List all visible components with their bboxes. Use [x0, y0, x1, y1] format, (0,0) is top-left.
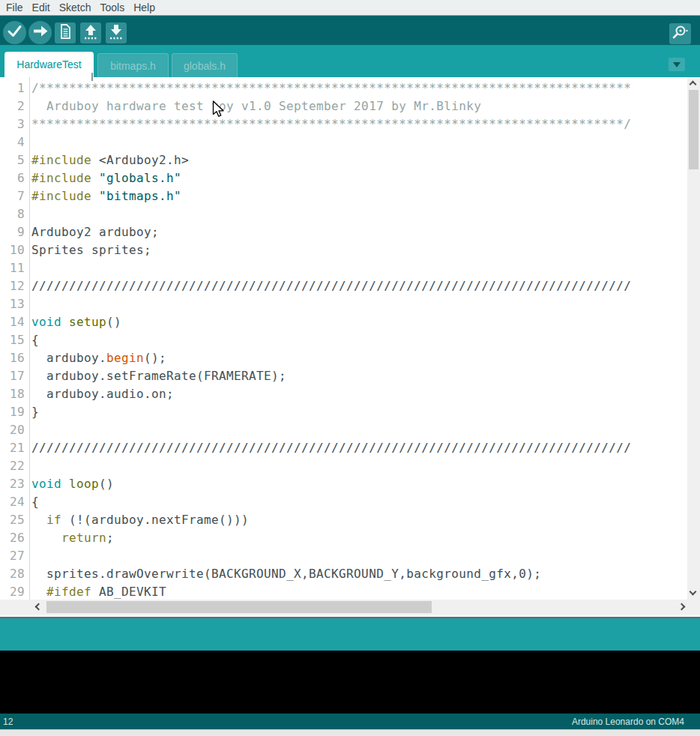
- line-number: 6: [0, 169, 25, 187]
- line-number: 13: [0, 295, 25, 313]
- code-line: 7#include "bitmaps.h": [0, 187, 631, 205]
- tab-edge-caret: [91, 73, 93, 81]
- code-line: 4: [0, 133, 631, 151]
- mouse-cursor-icon: [212, 100, 225, 121]
- scroll-down-icon[interactable]: [690, 588, 697, 596]
- line-number: 26: [0, 529, 25, 547]
- code-line: 16 arduboy.begin();: [0, 349, 631, 367]
- tab-hardwaretest[interactable]: HardwareTest: [4, 52, 94, 77]
- line-number: 17: [0, 367, 25, 385]
- code-line: 15{: [0, 331, 631, 349]
- save-button[interactable]: [106, 22, 127, 43]
- menu-edit[interactable]: Edit: [28, 0, 55, 15]
- status-line-number: 12: [3, 717, 13, 727]
- console-output: [0, 651, 700, 714]
- line-number: 8: [0, 205, 25, 223]
- code-line: 28 sprites.drawOverwrite(BACKGROUND_X,BA…: [0, 565, 631, 583]
- line-number: 1: [0, 79, 25, 97]
- upload-button[interactable]: [28, 21, 52, 44]
- window-bottom-edge: [0, 729, 700, 736]
- status-message-strip: [0, 618, 700, 651]
- toolbar: [0, 16, 700, 45]
- code-line: 11: [0, 259, 631, 277]
- horizontal-scrollbar-thumb[interactable]: [46, 601, 432, 613]
- code-line: 3***************************************…: [0, 115, 631, 133]
- status-bar: 12 Arduino Leonardo on COM4: [0, 714, 700, 729]
- line-number: 29: [0, 583, 25, 600]
- code-line: 19}: [0, 403, 631, 421]
- code-line: 10Sprites sprites;: [0, 241, 631, 259]
- serial-monitor-button[interactable]: [669, 23, 691, 44]
- line-number: 4: [0, 133, 25, 151]
- code-line: 25 if (!(arduboy.nextFrame())): [0, 511, 631, 529]
- arrow-right-icon: [28, 19, 52, 46]
- code-line: 17 arduboy.setFrameRate(FRAMERATE);: [0, 367, 631, 385]
- line-number: 20: [0, 421, 25, 439]
- line-number: 22: [0, 457, 25, 475]
- tab-bar: HardwareTestbitmaps.hglobals.h: [0, 45, 700, 77]
- line-number: 10: [0, 241, 25, 259]
- code-line: 8: [0, 205, 631, 223]
- scroll-up-icon[interactable]: [690, 81, 697, 88]
- code-line: 2 Arduboy hardware test toy v1.0 Septemb…: [0, 97, 631, 115]
- line-number: 12: [0, 277, 25, 295]
- magnifier-icon: [669, 22, 691, 46]
- verify-button[interactable]: [3, 21, 26, 44]
- line-number: 19: [0, 403, 25, 421]
- line-number: 2: [0, 97, 25, 115]
- tab-bitmaps-h[interactable]: bitmaps.h: [97, 53, 169, 77]
- line-number: 23: [0, 475, 25, 493]
- gutter-divider: [29, 77, 30, 600]
- code-editor[interactable]: 1/**************************************…: [0, 77, 700, 600]
- line-number: 18: [0, 385, 25, 403]
- line-number: 5: [0, 151, 25, 169]
- new-sketch-button[interactable]: [55, 22, 76, 43]
- code-line: 24{: [0, 493, 631, 511]
- arrow-up-tray-icon: [80, 21, 101, 45]
- line-number: 24: [0, 493, 25, 511]
- code-lines: 1/**************************************…: [0, 79, 631, 600]
- checkmark-icon: [3, 19, 26, 46]
- menu-tools[interactable]: Tools: [96, 0, 130, 15]
- code-line: 26 return;: [0, 529, 631, 547]
- line-number: 7: [0, 187, 25, 205]
- line-number: 14: [0, 313, 25, 331]
- code-line: 18 arduboy.audio.on;: [0, 385, 631, 403]
- menu-file[interactable]: File: [1, 0, 28, 15]
- chevron-down-icon: [673, 62, 681, 67]
- code-line: 6#include "globals.h": [0, 169, 631, 187]
- status-board-port: Arduino Leonardo on COM4: [572, 717, 684, 727]
- scroll-right-icon[interactable]: [678, 603, 686, 611]
- document-icon: [55, 21, 76, 45]
- tab-list-dropdown-button[interactable]: [669, 58, 685, 71]
- line-number: 3: [0, 115, 25, 133]
- code-line: 27: [0, 547, 631, 565]
- menu-bar: FileEditSketchToolsHelp: [0, 0, 700, 16]
- menu-help[interactable]: Help: [129, 0, 160, 15]
- line-number: 16: [0, 349, 25, 367]
- code-line: 20: [0, 421, 631, 439]
- arduino-ide-window: FileEditSketchToolsHelp: [0, 0, 700, 736]
- code-line: 12//////////////////////////////////////…: [0, 277, 631, 295]
- line-number: 27: [0, 547, 25, 565]
- open-button[interactable]: [80, 22, 101, 43]
- line-number: 11: [0, 259, 25, 277]
- line-number: 28: [0, 565, 25, 583]
- horizontal-scrollbar[interactable]: [0, 600, 700, 615]
- code-line: 22: [0, 457, 631, 475]
- code-line: 1/**************************************…: [0, 79, 631, 97]
- code-line: 29 #ifdef AB_DEVKIT: [0, 583, 631, 600]
- vertical-scrollbar[interactable]: [687, 77, 700, 600]
- line-number: 9: [0, 223, 25, 241]
- line-number: 15: [0, 331, 25, 349]
- line-number: 25: [0, 511, 25, 529]
- code-line: 21//////////////////////////////////////…: [0, 439, 631, 457]
- code-line: 13: [0, 295, 631, 313]
- scroll-left-icon[interactable]: [35, 603, 43, 611]
- arrow-down-tray-icon: [106, 21, 127, 45]
- code-line: 5#include <Arduboy2.h>: [0, 151, 631, 169]
- vertical-scrollbar-thumb[interactable]: [689, 90, 699, 169]
- tab-globals-h[interactable]: globals.h: [172, 53, 238, 77]
- line-number: 21: [0, 439, 25, 457]
- menu-sketch[interactable]: Sketch: [55, 0, 96, 15]
